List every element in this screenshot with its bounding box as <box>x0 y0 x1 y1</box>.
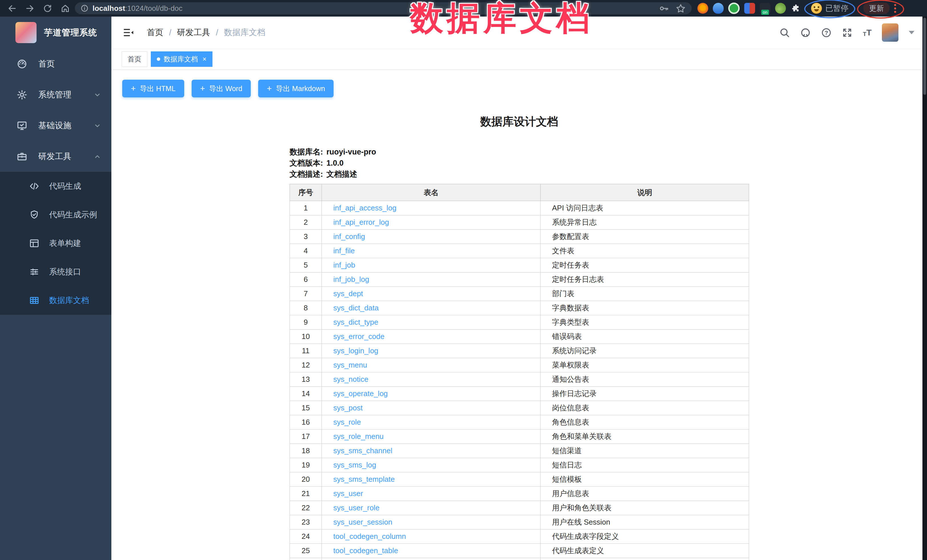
sidebar-item-label: 首页 <box>38 58 55 70</box>
row-index: 15 <box>290 401 322 415</box>
row-description: 代码生成表定义 <box>541 544 749 558</box>
update-button[interactable]: 更新 <box>863 3 890 14</box>
table-name-link[interactable]: sys_error_code <box>333 332 384 341</box>
table-name-link[interactable]: sys_operate_log <box>333 389 388 398</box>
table-name-link[interactable]: inf_file <box>333 246 355 255</box>
table-name-link[interactable]: inf_job <box>333 261 355 269</box>
table-name-link[interactable]: sys_sms_template <box>333 475 395 484</box>
submenu-item-codegen-demo[interactable]: 代码生成示例 <box>0 200 111 229</box>
extension-leaf-icon[interactable] <box>775 3 786 14</box>
row-index: 6 <box>290 272 322 287</box>
submenu-item-api[interactable]: 系统接口 <box>0 258 111 286</box>
meta-doc-version: 文档版本: 1.0.0 <box>290 158 749 169</box>
tab-home[interactable]: 首页 <box>122 52 147 67</box>
breadcrumb-home[interactable]: 首页 <box>147 27 163 38</box>
table-name-link[interactable]: sys_sms_log <box>333 461 376 469</box>
browser-back-icon[interactable] <box>4 1 20 15</box>
browser-home-icon[interactable] <box>57 1 73 15</box>
submenu-item-form-builder[interactable]: 表单构建 <box>0 229 111 258</box>
row-description: 短信渠道 <box>541 444 749 458</box>
browser-menu-kebab-icon[interactable] <box>892 4 898 13</box>
table-name-link[interactable]: sys_sms_channel <box>333 446 392 455</box>
tab-close-icon[interactable]: × <box>202 56 207 62</box>
tab-db-doc[interactable]: 数据库文档 × <box>151 52 213 67</box>
table-name-link[interactable]: tool_codegen_table <box>333 546 398 555</box>
tables-index: 序号 表名 说明 1 inf_api_access_log <box>290 184 749 560</box>
table-name-link[interactable]: sys_role <box>333 418 361 426</box>
export-markdown-button[interactable]: + 导出 Markdown <box>258 80 334 97</box>
extension-orange-icon[interactable] <box>698 3 708 14</box>
submenu-item-codegen[interactable]: 代码生成 <box>0 172 111 200</box>
table-name-link[interactable]: sys_menu <box>333 361 367 369</box>
table-name-link[interactable]: sys_role_menu <box>333 432 383 441</box>
row-description: 定时任务表 <box>541 258 749 272</box>
table-name-link[interactable]: sys_login_log <box>333 346 378 355</box>
plus-icon: + <box>267 84 272 93</box>
table-name-link[interactable]: sys_notice <box>333 375 368 384</box>
extension-multicolor-icon[interactable] <box>744 3 755 14</box>
user-avatar[interactable] <box>882 23 898 42</box>
sidebar-item-system[interactable]: 系统管理 <box>0 79 111 110</box>
export-html-button[interactable]: + 导出 HTML <box>122 80 184 97</box>
row-table-name-cell: inf_file <box>322 244 541 258</box>
row-index: 18 <box>290 444 322 458</box>
row-table-name-cell: sys_user_session <box>322 515 541 530</box>
font-size-icon[interactable]: TT <box>863 28 872 37</box>
table-name-link[interactable]: sys_dict_data <box>333 304 379 312</box>
tab-label: 首页 <box>128 55 141 64</box>
row-index: 25 <box>290 544 322 558</box>
table-name-link[interactable]: sys_post <box>333 404 363 412</box>
table-name-link[interactable]: sys_dict_type <box>333 318 378 326</box>
extensions-puzzle-icon[interactable] <box>790 3 801 14</box>
extension-green-icon[interactable] <box>728 3 740 14</box>
table-row: 10 sys_error_code 错误码表 <box>290 329 749 344</box>
browser-reload-icon[interactable] <box>40 1 55 15</box>
table-name-link[interactable]: inf_api_access_log <box>333 203 397 212</box>
table-row: 12 sys_menu 菜单权限表 <box>290 358 749 372</box>
breadcrumb-devtools[interactable]: 研发工具 <box>177 27 210 38</box>
export-word-button[interactable]: + 导出 Word <box>191 80 251 97</box>
extension-blue-icon[interactable] <box>713 3 724 14</box>
table-name-link[interactable]: inf_api_error_log <box>333 218 389 226</box>
help-icon[interactable]: ? <box>821 27 831 38</box>
sidebar-item-devtools[interactable]: 研发工具 <box>0 141 111 172</box>
sidebar-logo-row[interactable]: 芋道管理系统 <box>0 17 111 49</box>
table-name-link[interactable]: inf_job_log <box>333 275 369 284</box>
row-table-name-cell: inf_api_access_log <box>322 201 541 216</box>
page-scrollbar[interactable] <box>922 17 927 560</box>
submenu-item-db-doc[interactable]: 数据库文档 <box>0 286 111 315</box>
header-tools: ? TT <box>780 23 915 42</box>
table-name-link[interactable]: sys_dept <box>333 289 363 298</box>
sidebar-item-home[interactable]: 首页 <box>0 49 111 79</box>
sidebar-item-infra[interactable]: 基础设施 <box>0 110 111 141</box>
dashboard-icon <box>16 58 28 70</box>
table-name-link[interactable]: sys_user <box>333 489 363 498</box>
profile-paused-chip[interactable]: 已暂停 <box>806 1 854 15</box>
row-index: 22 <box>290 501 322 515</box>
button-label: 导出 Markdown <box>276 84 325 93</box>
emoji-avatar-icon <box>811 3 822 14</box>
extension-switch-icon[interactable]: on <box>760 3 770 14</box>
tab-label: 数据库文档 <box>164 55 198 64</box>
browser-forward-icon[interactable] <box>22 1 38 15</box>
sidebar-collapse-icon[interactable] <box>123 27 134 38</box>
row-index: 13 <box>290 372 322 387</box>
search-icon[interactable] <box>780 27 790 38</box>
site-info-icon[interactable] <box>81 4 88 12</box>
address-bar[interactable]: localhost:1024/tool/db-doc <box>75 2 692 14</box>
meta-label: 数据库名: <box>290 147 323 158</box>
table-name-link[interactable]: sys_user_role <box>333 504 380 512</box>
table-name-link[interactable]: sys_user_session <box>333 518 392 526</box>
fullscreen-icon[interactable] <box>842 27 853 38</box>
active-dot-icon <box>157 58 160 61</box>
chevron-up-icon <box>94 153 101 160</box>
scrollbar-thumb[interactable] <box>923 18 926 95</box>
table-row: 19 sys_sms_log 短信日志 <box>290 458 749 472</box>
table-name-link[interactable]: inf_config <box>333 232 365 241</box>
table-name-link[interactable]: tool_codegen_column <box>333 532 406 540</box>
password-key-icon[interactable] <box>658 3 669 14</box>
github-icon[interactable] <box>800 27 811 38</box>
avatar-caret-icon[interactable] <box>909 31 915 34</box>
bookmark-star-icon[interactable] <box>675 3 686 14</box>
plus-icon: + <box>131 84 136 93</box>
